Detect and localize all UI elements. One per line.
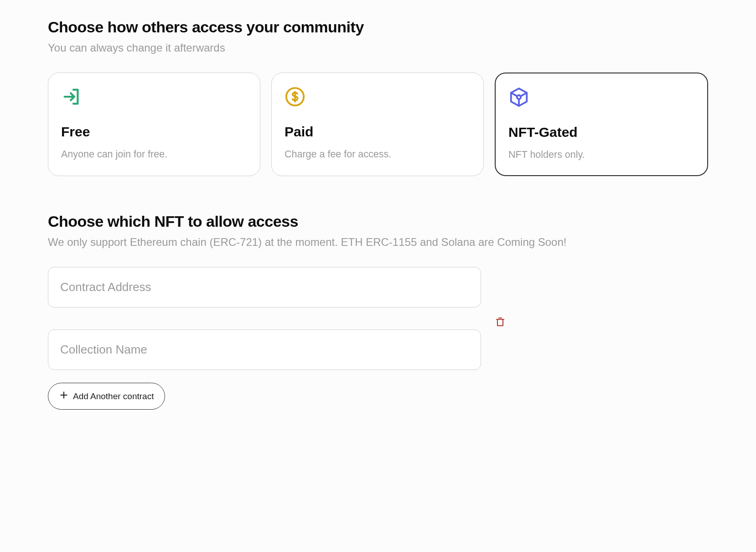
cube-icon <box>508 86 530 108</box>
option-free[interactable]: Free Anyone can join for free. <box>48 73 260 176</box>
contract-address-input[interactable] <box>48 267 481 307</box>
add-contract-button[interactable]: Add Another contract <box>48 383 165 410</box>
contract-row <box>48 267 708 370</box>
svg-point-1 <box>517 95 521 99</box>
access-subtitle: You can always change it afterwards <box>48 42 708 54</box>
collection-name-input[interactable] <box>48 329 481 370</box>
option-paid-desc: Charge a fee for access. <box>285 149 471 160</box>
option-nft-desc: NFT holders only. <box>508 149 694 161</box>
delete-contract-button[interactable] <box>492 313 508 332</box>
access-section: Choose how others access your community … <box>48 18 708 176</box>
enter-icon <box>61 86 83 108</box>
trash-icon <box>495 316 506 329</box>
add-contract-label: Add Another contract <box>73 391 154 401</box>
access-options: Free Anyone can join for free. Paid Char… <box>48 73 708 176</box>
option-paid[interactable]: Paid Charge a fee for access. <box>271 73 484 176</box>
nft-title: Choose which NFT to allow access <box>48 213 708 230</box>
option-paid-title: Paid <box>285 124 471 140</box>
svg-rect-2 <box>497 319 503 326</box>
option-nft-gated[interactable]: NFT-Gated NFT holders only. <box>495 73 708 176</box>
access-title: Choose how others access your community <box>48 18 708 36</box>
option-nft-title: NFT-Gated <box>508 125 694 140</box>
option-free-desc: Anyone can join for free. <box>61 149 247 160</box>
nft-subtitle: We only support Ethereum chain (ERC-721)… <box>48 236 708 249</box>
nft-section: Choose which NFT to allow access We only… <box>48 213 708 410</box>
plus-icon <box>59 391 68 402</box>
inputs-column <box>48 267 481 370</box>
option-free-title: Free <box>61 124 247 140</box>
dollar-icon <box>285 86 306 108</box>
